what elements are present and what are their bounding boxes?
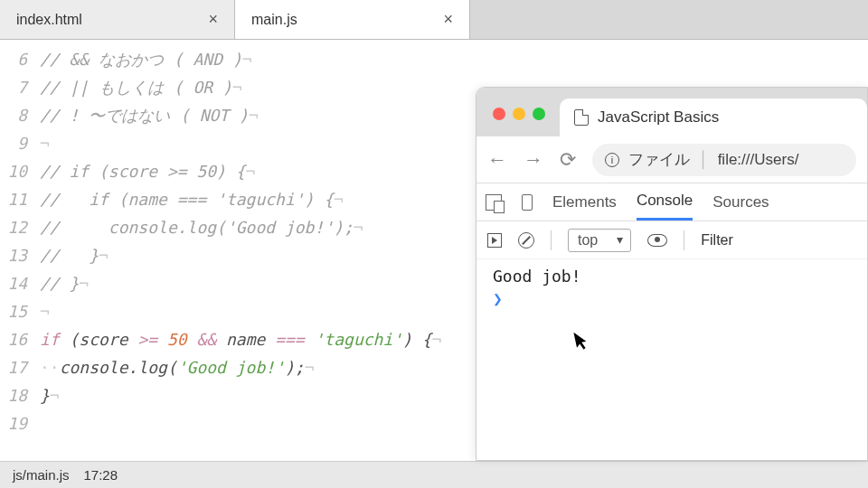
line-content: // && なおかつ ( AND )¬ <box>40 45 868 73</box>
status-bar: js/main.js 17:28 <box>0 461 868 488</box>
close-window-icon[interactable] <box>493 108 505 120</box>
close-icon[interactable]: × <box>443 10 453 29</box>
close-icon[interactable]: × <box>208 10 218 29</box>
window-controls <box>476 108 560 136</box>
tab-elements[interactable]: Elements <box>552 185 617 220</box>
tab-sources[interactable]: Sources <box>712 185 769 220</box>
line-number: 16 <box>0 325 40 353</box>
line-number: 14 <box>0 269 40 297</box>
context-selector[interactable]: top <box>568 229 631 252</box>
live-expression-icon[interactable] <box>647 234 667 247</box>
page-icon <box>574 109 589 126</box>
line-number: 9 <box>0 129 40 157</box>
line-number: 12 <box>0 213 40 241</box>
filter-input[interactable]: Filter <box>701 232 733 249</box>
browser-tab[interactable]: JavaScript Basics <box>560 99 867 136</box>
line-number: 10 <box>0 157 40 185</box>
tab-index-html[interactable]: index.html × <box>0 0 235 39</box>
back-button[interactable]: ← <box>487 148 507 172</box>
clear-console-icon[interactable] <box>518 232 534 249</box>
line-number: 18 <box>0 381 40 409</box>
line-number: 15 <box>0 297 40 325</box>
divider <box>551 230 552 250</box>
line-number: 13 <box>0 241 40 269</box>
console-prompt[interactable]: ❯ <box>493 286 851 308</box>
device-toggle-icon[interactable] <box>522 194 533 211</box>
browser-tab-title: JavaScript Basics <box>598 108 719 127</box>
browser-toolbar: ← → ⟳ i ファイル │ file:///Users/ <box>476 136 867 183</box>
editor-tab-bar: index.html × main.js × <box>0 0 868 40</box>
browser-window: JavaScript Basics ← → ⟳ i ファイル │ file://… <box>476 87 868 461</box>
inspect-icon[interactable] <box>486 194 502 211</box>
devtools-tabs: Elements Console Sources <box>476 183 867 221</box>
tab-label: main.js <box>251 12 297 28</box>
line-number: 6 <box>0 45 40 73</box>
address-prefix: ファイル <box>628 149 690 170</box>
line-number: 17 <box>0 353 40 381</box>
console-toolbar: top Filter <box>476 221 867 259</box>
line-number: 7 <box>0 73 40 101</box>
console-output[interactable]: Good job! ❯ <box>476 259 867 315</box>
show-sidebar-icon[interactable] <box>487 233 502 248</box>
forward-button[interactable]: → <box>524 148 543 172</box>
minimize-window-icon[interactable] <box>513 108 525 120</box>
separator: │ <box>699 151 709 169</box>
status-cursor-pos: 17:28 <box>84 467 118 483</box>
console-line: Good job! <box>493 267 851 286</box>
reload-button[interactable]: ⟳ <box>560 148 576 172</box>
tab-console[interactable]: Console <box>637 183 693 221</box>
tab-label: index.html <box>16 12 82 28</box>
address-bar[interactable]: i ファイル │ file:///Users/ <box>592 144 856 176</box>
info-icon[interactable]: i <box>605 153 619 167</box>
divider <box>684 230 684 250</box>
tab-main-js[interactable]: main.js × <box>235 0 470 39</box>
code-line[interactable]: 6// && なおかつ ( AND )¬ <box>0 45 868 73</box>
address-url: file:///Users/ <box>718 151 799 169</box>
zoom-window-icon[interactable] <box>533 108 545 120</box>
line-number: 19 <box>0 409 40 437</box>
status-file: js/main.js <box>13 467 70 483</box>
browser-tabstrip: JavaScript Basics <box>476 88 867 136</box>
line-number: 11 <box>0 185 40 213</box>
line-number: 8 <box>0 101 40 129</box>
